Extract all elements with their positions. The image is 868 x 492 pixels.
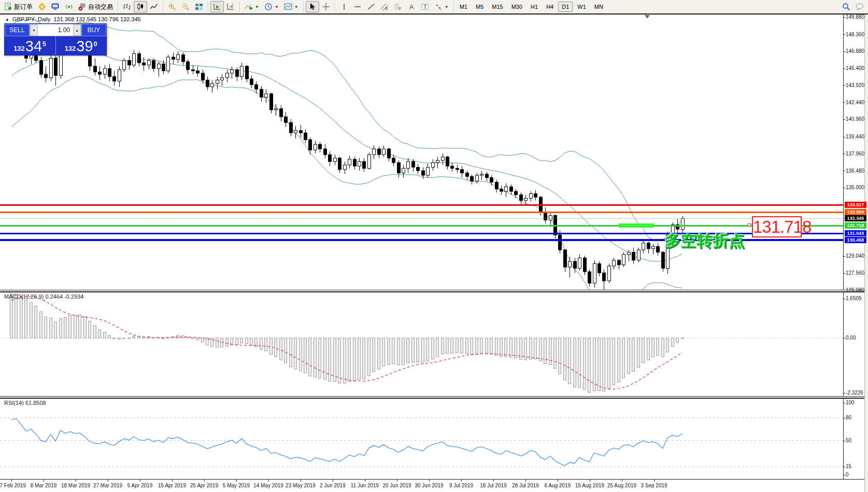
auto-trading-button[interactable]: 自动交易: [76, 1, 116, 12]
price-tick-label: 148.360: [846, 32, 864, 37]
cursor-button[interactable]: [306, 1, 319, 12]
templates-button[interactable]: ▼: [281, 1, 301, 12]
volume-input[interactable]: 1.00: [38, 24, 73, 36]
tile-windows-icon: [195, 3, 203, 11]
date-tick-mark: [172, 480, 173, 482]
vertical-line-icon: [340, 3, 348, 11]
timeframe-mn-button[interactable]: MN: [591, 2, 607, 12]
macd-rsi-separator[interactable]: [0, 396, 868, 399]
price-tick-mark: [843, 171, 845, 171]
rsi-label: RSI(14) 61.8508: [4, 400, 46, 406]
search-icon[interactable]: [842, 3, 850, 11]
chevron-down-icon: ▼: [294, 5, 298, 9]
broadcast-button[interactable]: [62, 1, 76, 12]
date-tick-mark: [493, 480, 494, 482]
text-label-button[interactable]: T: [418, 1, 432, 12]
price-tick-label: 139.440: [846, 134, 864, 139]
symbol-header: ▲ GBPJPY-,Daily 131.368 132.545 130.796 …: [5, 16, 141, 22]
timeframe-h1-button[interactable]: H1: [527, 2, 542, 12]
timeframe-w1-button[interactable]: W1: [574, 2, 590, 12]
toolbar-separator: [118, 2, 118, 12]
arrows-button[interactable]: ▼: [432, 1, 451, 12]
price-tick-label: 136.480: [846, 168, 864, 174]
auto-scroll-button[interactable]: [210, 1, 224, 12]
rsi-tick-label: 0: [846, 472, 849, 477]
vertical-line-button[interactable]: [337, 1, 351, 12]
broadcast-icon: [65, 3, 73, 11]
price-tick-label: 149.880: [846, 14, 864, 20]
price-tick-mark: [843, 290, 845, 290]
cursor-icon: [308, 3, 317, 11]
chart-shift-marker[interactable]: [645, 15, 650, 19]
editor-icon: [38, 3, 46, 11]
price-level-badge: 131.043: [845, 230, 866, 236]
fibonacci-button[interactable]: F: [391, 1, 405, 12]
volume-decrease-button[interactable]: ▼: [30, 24, 38, 36]
chat-icon[interactable]: [856, 3, 864, 11]
rsi-tick-mark: [843, 441, 845, 441]
trendline-button[interactable]: [364, 1, 378, 12]
text-button[interactable]: A: [405, 1, 418, 12]
zoom-out-button[interactable]: [179, 1, 192, 12]
sell-price[interactable]: 132 34 5: [5, 36, 56, 55]
date-tick-label: 25 Apr 2019: [190, 483, 218, 488]
date-tick-mark: [108, 480, 108, 482]
bar-chart-button[interactable]: [120, 1, 134, 12]
tile-windows-button[interactable]: [192, 1, 206, 12]
terminal-button[interactable]: [49, 1, 62, 12]
window-right-strip: [864, 15, 868, 492]
sell-button[interactable]: SELL: [5, 24, 30, 36]
buy-price[interactable]: 132 39 0: [56, 36, 107, 55]
macd-tick-mark: [843, 393, 845, 393]
zoom-in-button[interactable]: [165, 1, 179, 12]
buy-price-figure: 132: [65, 45, 76, 52]
price-tick-label: 127.560: [846, 270, 864, 276]
zoom-in-icon: [168, 3, 176, 11]
rsi-tick-label: 15: [846, 463, 851, 469]
price-tick-mark: [843, 153, 845, 154]
horizontal-level-line[interactable]: [0, 204, 843, 206]
editor-button[interactable]: [35, 1, 49, 12]
equidistant-channel-button[interactable]: E: [378, 1, 391, 12]
date-tick-mark: [429, 480, 430, 482]
line-chart-button[interactable]: [147, 1, 161, 12]
indicators-icon: [245, 3, 253, 11]
zoom-out-icon: [181, 3, 190, 11]
svg-text:T: T: [423, 4, 427, 10]
collapse-panel-icon[interactable]: ▲: [5, 17, 9, 22]
sell-price-pips: 34: [25, 39, 42, 54]
price-tick-label: 135.000: [846, 185, 864, 190]
timeframe-m5-button[interactable]: M5: [472, 2, 487, 12]
candlestick-chart-button[interactable]: [134, 1, 147, 12]
timeframe-m15-button[interactable]: M15: [488, 2, 506, 12]
indicators-button[interactable]: ▼: [242, 1, 262, 12]
macd-tick-label: 0.00: [846, 335, 856, 341]
crosshair-button[interactable]: [319, 1, 333, 12]
date-tick-label: 27 Feb 2019: [0, 483, 26, 488]
current-price-line: [0, 218, 843, 219]
horizontal-line-button[interactable]: [351, 1, 364, 12]
new-order-button[interactable]: 新订单: [2, 1, 35, 12]
chart-shift-button[interactable]: [224, 1, 237, 12]
new-order-label: 新订单: [14, 3, 33, 11]
symbol-title: GBPJPY-,Daily: [12, 16, 51, 22]
symbol-ohlc: 131.368 132.545 130.796 132.345: [53, 16, 140, 22]
callout-anchor[interactable]: [748, 223, 751, 227]
timeframe-h4-button[interactable]: H4: [543, 2, 557, 12]
price-axis-border: [843, 15, 844, 480]
horizontal-level-line[interactable]: [0, 212, 843, 213]
price-callout-label[interactable]: 131.718: [752, 216, 802, 237]
rsi-tick-mark: [843, 467, 845, 467]
turning-point-note[interactable]: 多空转折点: [665, 230, 745, 252]
timeframe-d1-button[interactable]: D1: [558, 2, 573, 12]
horizontal-level-line[interactable]: [0, 225, 843, 227]
volume-increase-button[interactable]: ▲: [73, 24, 81, 36]
periods-button[interactable]: ▼: [262, 1, 281, 12]
main-macd-separator[interactable]: [0, 290, 868, 292]
date-tick-label: 15 Aug 2019: [575, 483, 604, 488]
timeframe-m1-button[interactable]: M1: [456, 2, 471, 12]
current-price-badge: 132.345: [845, 215, 866, 221]
timeframe-m30-button[interactable]: M30: [508, 2, 526, 12]
highlight-segment[interactable]: [619, 223, 654, 228]
buy-button[interactable]: BUY: [81, 24, 106, 36]
